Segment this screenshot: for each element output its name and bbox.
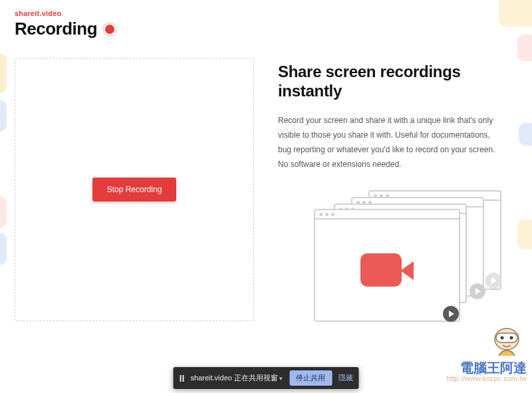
headline: Share screen recordings instantly	[278, 62, 520, 101]
camera-icon	[360, 252, 414, 288]
stop-sharing-button[interactable]: 停止共用	[289, 370, 332, 386]
brand-logo[interactable]: shareit.video	[15, 9, 520, 17]
hide-bar-button[interactable]: 隱藏	[338, 373, 353, 383]
recording-status: Recording	[15, 19, 520, 39]
share-status-message[interactable]: shareit.video 正在共用視窗	[191, 373, 283, 383]
recording-preview-area: Stop Recording	[15, 58, 254, 321]
window-frame-main-icon	[314, 209, 460, 322]
illustration	[278, 190, 520, 317]
status-text: Recording	[15, 19, 97, 39]
main-content: Stop Recording Share screen recordings i…	[15, 58, 520, 321]
recording-indicator-icon	[104, 23, 116, 35]
pause-icon[interactable]	[180, 375, 184, 382]
play-icon	[469, 283, 485, 299]
screen-share-bar: shareit.video 正在共用視窗 停止共用 隱藏	[174, 367, 359, 389]
description: Record your screen and share it with a u…	[278, 113, 504, 172]
play-icon	[485, 273, 501, 289]
info-panel: Share screen recordings instantly Record…	[278, 58, 520, 321]
page: shareit.video Recording Stop Recording S…	[0, 0, 532, 393]
stop-recording-button[interactable]: Stop Recording	[92, 178, 177, 201]
